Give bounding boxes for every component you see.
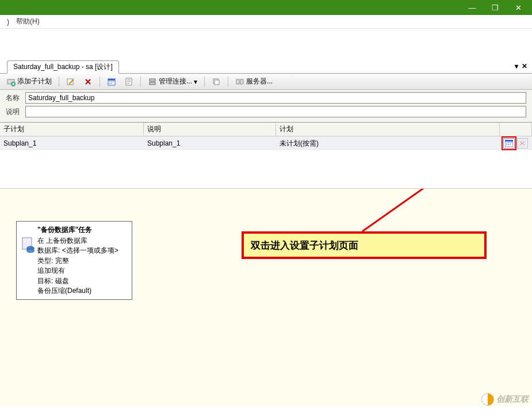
tab-dropdown-icon[interactable]: ▾	[515, 62, 518, 70]
document-tab-row: Saturday_full_backup - sa [设计] ▾ ✕	[0, 61, 532, 74]
watermark: 创新互联	[481, 393, 529, 406]
grid-header-desc[interactable]: 说明	[144, 123, 276, 136]
servers-icon	[235, 77, 244, 86]
edit-button[interactable]	[63, 75, 78, 88]
task-line: 在 上备份数据库	[37, 236, 128, 246]
menubar-fragment: )	[3, 17, 13, 27]
grid-header-subplan[interactable]: 子计划	[0, 123, 144, 136]
server-icon	[148, 77, 157, 86]
subplan-grid: 子计划 说明 计划 Subplan_1 Subplan_1 未计划(按需)	[0, 122, 532, 188]
delete-button[interactable]	[81, 75, 95, 88]
svg-rect-2	[67, 79, 73, 85]
desc-label: 说明	[6, 107, 25, 117]
edit-icon	[66, 77, 75, 86]
svg-rect-7	[150, 82, 155, 85]
maximize-button[interactable]: ❐	[484, 1, 507, 14]
servers-label: 服务器...	[246, 77, 273, 86]
calendar-remove-icon	[518, 140, 526, 147]
tab-close-icon[interactable]: ✕	[522, 62, 527, 70]
task-line: 追加现有	[37, 266, 128, 276]
copy-button[interactable]	[209, 75, 224, 88]
dropdown-icon: ▾	[194, 78, 197, 86]
grid-header-plan[interactable]: 计划	[276, 123, 500, 136]
add-subplan-icon	[6, 77, 16, 86]
calendar-icon	[107, 77, 116, 86]
task-title: "备份数据库"任务	[37, 225, 128, 235]
cell-desc[interactable]: Subplan_1	[144, 136, 276, 150]
separator	[140, 77, 141, 87]
svg-rect-9	[215, 80, 219, 85]
grid-header: 子计划 说明 计划	[0, 123, 532, 136]
task-line: 数据库: <选择一项或多项>	[37, 246, 128, 256]
grid-body: Subplan_1 Subplan_1 未计划(按需)	[0, 136, 532, 188]
calendar-icon	[505, 140, 513, 147]
task-line: 类型: 完整	[37, 256, 128, 266]
name-input[interactable]	[25, 92, 526, 104]
svg-rect-11	[240, 79, 243, 84]
watermark-logo-icon	[481, 393, 494, 406]
window-titlebar: — ❐ ✕	[0, 0, 532, 15]
copy-icon	[212, 77, 221, 86]
separator	[99, 77, 100, 87]
close-button[interactable]: ✕	[507, 1, 530, 14]
callout-text: 双击进入设置子计划页面	[251, 239, 358, 252]
servers-button[interactable]: 服务器...	[232, 75, 275, 88]
name-label: 名称	[6, 93, 25, 103]
separator	[59, 77, 59, 87]
svg-rect-10	[236, 79, 239, 84]
svg-point-18	[27, 249, 34, 253]
svg-rect-13	[505, 140, 513, 142]
separator	[204, 77, 205, 87]
document-tab[interactable]: Saturday_full_backup - sa [设计]	[7, 60, 119, 74]
remove-schedule-button	[517, 138, 529, 148]
cell-plan[interactable]: 未计划(按需)	[276, 136, 500, 150]
add-subplan-label: 添加子计划	[17, 77, 52, 86]
manage-connections-button[interactable]: 管理连接... ▾	[145, 75, 200, 88]
menu-help[interactable]: 帮助(H)	[13, 16, 43, 28]
svg-line-20	[362, 189, 491, 231]
task-line: 目标: 磁盘	[37, 276, 128, 286]
spacer	[0, 29, 532, 61]
schedule-calendar-button[interactable]	[503, 138, 515, 148]
svg-rect-4	[108, 79, 115, 81]
designer-canvas[interactable]: "备份数据库"任务 在 上备份数据库 数据库: <选择一项或多项> 类型: 完整…	[0, 188, 532, 407]
menubar: ) 帮助(H)	[0, 15, 532, 29]
annotation-callout: 双击进入设置子计划页面	[242, 231, 487, 259]
svg-rect-6	[150, 79, 155, 81]
grid-header-actions	[500, 123, 532, 136]
database-task-icon	[21, 237, 35, 253]
report-icon	[124, 77, 133, 86]
minimize-button[interactable]: —	[461, 1, 484, 14]
desc-input[interactable]	[25, 106, 526, 117]
table-row[interactable]: Subplan_1 Subplan_1 未计划(按需)	[0, 136, 532, 150]
add-subplan-button[interactable]: 添加子计划	[3, 75, 55, 88]
watermark-text: 创新互联	[496, 394, 529, 405]
toolbar: 添加子计划 管理连接... ▾ 服务器...	[0, 74, 532, 90]
cell-actions	[500, 136, 532, 150]
calendar-button[interactable]	[104, 75, 119, 88]
backup-database-task[interactable]: "备份数据库"任务 在 上备份数据库 数据库: <选择一项或多项> 类型: 完整…	[16, 221, 132, 300]
plan-form: 名称 说明	[0, 90, 532, 122]
delete-icon	[83, 77, 93, 86]
separator	[228, 77, 228, 87]
report-button[interactable]	[121, 75, 136, 88]
cell-subplan[interactable]: Subplan_1	[0, 136, 144, 150]
task-line: 备份压缩(Default)	[37, 286, 128, 296]
manage-connections-label: 管理连接...	[159, 77, 192, 86]
